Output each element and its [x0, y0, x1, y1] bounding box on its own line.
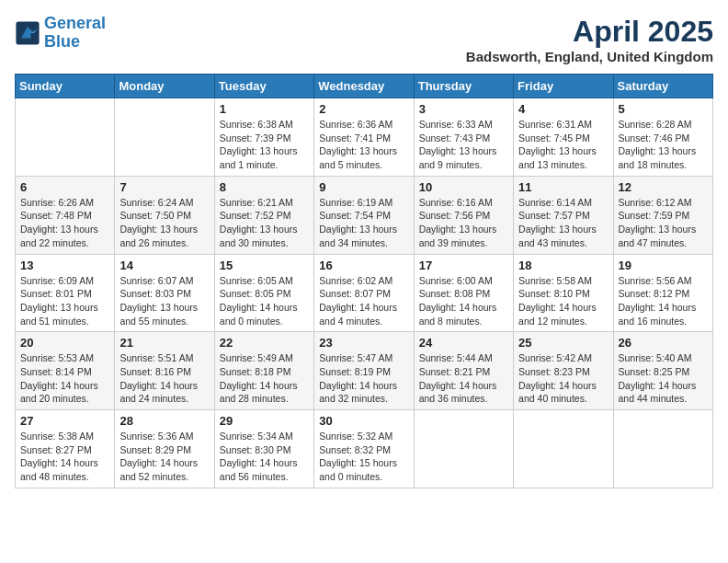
day-details: Sunrise: 5:58 AMSunset: 8:10 PMDaylight:… — [518, 274, 608, 328]
calendar-cell — [16, 98, 115, 177]
day-details: Sunrise: 5:53 AMSunset: 8:14 PMDaylight:… — [20, 351, 109, 406]
day-details: Sunrise: 6:36 AMSunset: 7:41 PMDaylight:… — [319, 118, 408, 172]
day-number: 26 — [619, 336, 708, 350]
logo-text: GeneralBlue — [44, 15, 106, 52]
day-number: 30 — [319, 414, 408, 428]
day-details: Sunrise: 5:32 AMSunset: 8:32 PMDaylight:… — [319, 430, 408, 484]
calendar-cell — [514, 410, 613, 488]
day-details: Sunrise: 5:34 AMSunset: 8:30 PMDaylight:… — [220, 430, 309, 484]
day-number: 22 — [220, 336, 309, 350]
day-details: Sunrise: 6:12 AMSunset: 7:59 PMDaylight:… — [619, 196, 708, 250]
logo-icon — [15, 20, 40, 46]
day-details: Sunrise: 6:00 AMSunset: 8:08 PMDaylight:… — [419, 274, 508, 328]
calendar-cell: 4Sunrise: 6:31 AMSunset: 7:45 PMDaylight… — [514, 98, 613, 177]
day-details: Sunrise: 6:02 AMSunset: 8:07 PMDaylight:… — [319, 274, 408, 328]
calendar-cell: 3Sunrise: 6:33 AMSunset: 7:43 PMDaylight… — [414, 98, 513, 177]
day-details: Sunrise: 6:14 AMSunset: 7:57 PMDaylight:… — [518, 196, 608, 250]
day-details: Sunrise: 6:38 AMSunset: 7:39 PMDaylight:… — [220, 118, 309, 172]
day-number: 7 — [119, 180, 209, 194]
day-details: Sunrise: 5:49 AMSunset: 8:18 PMDaylight:… — [220, 351, 309, 406]
calendar-cell: 22Sunrise: 5:49 AMSunset: 8:18 PMDayligh… — [214, 332, 313, 410]
day-number: 24 — [419, 336, 508, 350]
calendar-cell: 18Sunrise: 5:58 AMSunset: 8:10 PMDayligh… — [514, 254, 613, 332]
day-number: 15 — [220, 259, 309, 272]
calendar-cell: 15Sunrise: 6:05 AMSunset: 8:05 PMDayligh… — [214, 254, 313, 332]
calendar-cell: 24Sunrise: 5:44 AMSunset: 8:21 PMDayligh… — [414, 332, 513, 410]
day-number: 16 — [319, 259, 408, 272]
day-details: Sunrise: 5:40 AMSunset: 8:25 PMDaylight:… — [619, 351, 708, 406]
day-details: Sunrise: 5:51 AMSunset: 8:16 PMDaylight:… — [119, 351, 209, 406]
calendar-cell: 5Sunrise: 6:28 AMSunset: 7:46 PMDaylight… — [613, 98, 712, 177]
day-details: Sunrise: 6:07 AMSunset: 8:03 PMDaylight:… — [119, 274, 209, 328]
day-number: 27 — [20, 414, 109, 428]
weekday-header: Wednesday — [314, 75, 414, 98]
calendar-cell: 7Sunrise: 6:24 AMSunset: 7:50 PMDaylight… — [115, 176, 214, 254]
calendar-week-row: 13Sunrise: 6:09 AMSunset: 8:01 PMDayligh… — [16, 254, 713, 332]
calendar-cell: 2Sunrise: 6:36 AMSunset: 7:41 PMDaylight… — [314, 98, 414, 177]
day-details: Sunrise: 5:47 AMSunset: 8:19 PMDaylight:… — [319, 351, 408, 406]
day-details: Sunrise: 6:05 AMSunset: 8:05 PMDaylight:… — [220, 274, 309, 328]
day-number: 12 — [619, 180, 708, 194]
day-number: 5 — [619, 102, 708, 116]
month-year: April 2025 — [466, 15, 713, 49]
title-block: April 2025 Badsworth, England, United Ki… — [466, 15, 713, 64]
calendar-cell: 11Sunrise: 6:14 AMSunset: 7:57 PMDayligh… — [514, 176, 613, 254]
calendar-cell: 20Sunrise: 5:53 AMSunset: 8:14 PMDayligh… — [16, 332, 115, 410]
day-number: 9 — [319, 180, 408, 194]
day-number: 13 — [20, 259, 109, 272]
day-number: 18 — [518, 259, 608, 272]
calendar-cell: 21Sunrise: 5:51 AMSunset: 8:16 PMDayligh… — [115, 332, 214, 410]
calendar-cell — [115, 98, 214, 177]
weekday-header: Saturday — [613, 75, 712, 98]
day-number: 23 — [319, 336, 408, 350]
calendar-cell: 16Sunrise: 6:02 AMSunset: 8:07 PMDayligh… — [314, 254, 414, 332]
calendar-cell: 10Sunrise: 6:16 AMSunset: 7:56 PMDayligh… — [414, 176, 513, 254]
day-number: 29 — [220, 414, 309, 428]
calendar-cell: 9Sunrise: 6:19 AMSunset: 7:54 PMDaylight… — [314, 176, 414, 254]
day-number: 2 — [319, 102, 408, 116]
day-number: 19 — [619, 259, 708, 272]
weekday-header: Friday — [514, 75, 613, 98]
location: Badsworth, England, United Kingdom — [466, 49, 713, 64]
day-number: 1 — [220, 102, 309, 116]
weekday-header: Thursday — [414, 75, 513, 98]
day-number: 4 — [518, 102, 608, 116]
calendar-cell: 28Sunrise: 5:36 AMSunset: 8:29 PMDayligh… — [115, 410, 214, 488]
calendar-cell: 27Sunrise: 5:38 AMSunset: 8:27 PMDayligh… — [16, 410, 115, 488]
page-header: GeneralBlue April 2025 Badsworth, Englan… — [15, 15, 713, 64]
day-number: 11 — [518, 180, 608, 194]
day-number: 3 — [419, 102, 508, 116]
day-details: Sunrise: 5:36 AMSunset: 8:29 PMDaylight:… — [119, 430, 209, 484]
calendar-table: SundayMondayTuesdayWednesdayThursdayFrid… — [15, 74, 713, 488]
calendar-cell: 13Sunrise: 6:09 AMSunset: 8:01 PMDayligh… — [16, 254, 115, 332]
day-details: Sunrise: 6:21 AMSunset: 7:52 PMDaylight:… — [220, 196, 309, 250]
day-details: Sunrise: 6:26 AMSunset: 7:48 PMDaylight:… — [20, 196, 109, 250]
day-details: Sunrise: 6:33 AMSunset: 7:43 PMDaylight:… — [419, 118, 508, 172]
day-details: Sunrise: 5:44 AMSunset: 8:21 PMDaylight:… — [419, 351, 508, 406]
day-number: 6 — [20, 180, 109, 194]
day-number: 14 — [119, 259, 209, 272]
calendar-cell: 29Sunrise: 5:34 AMSunset: 8:30 PMDayligh… — [214, 410, 313, 488]
calendar-week-row: 1Sunrise: 6:38 AMSunset: 7:39 PMDaylight… — [16, 98, 713, 177]
calendar-cell: 1Sunrise: 6:38 AMSunset: 7:39 PMDaylight… — [214, 98, 313, 177]
calendar-cell: 17Sunrise: 6:00 AMSunset: 8:08 PMDayligh… — [414, 254, 513, 332]
weekday-header: Sunday — [16, 75, 115, 98]
day-number: 25 — [518, 336, 608, 350]
calendar-cell: 14Sunrise: 6:07 AMSunset: 8:03 PMDayligh… — [115, 254, 214, 332]
calendar-cell: 30Sunrise: 5:32 AMSunset: 8:32 PMDayligh… — [314, 410, 414, 488]
day-number: 21 — [119, 336, 209, 350]
weekday-header-row: SundayMondayTuesdayWednesdayThursdayFrid… — [16, 75, 713, 98]
day-number: 20 — [20, 336, 109, 350]
calendar-cell: 8Sunrise: 6:21 AMSunset: 7:52 PMDaylight… — [214, 176, 313, 254]
day-number: 28 — [119, 414, 209, 428]
day-details: Sunrise: 6:19 AMSunset: 7:54 PMDaylight:… — [319, 196, 408, 250]
day-number: 17 — [419, 259, 508, 272]
day-details: Sunrise: 5:38 AMSunset: 8:27 PMDaylight:… — [20, 430, 109, 484]
calendar-week-row: 27Sunrise: 5:38 AMSunset: 8:27 PMDayligh… — [16, 410, 713, 488]
day-details: Sunrise: 6:31 AMSunset: 7:45 PMDaylight:… — [518, 118, 608, 172]
day-details: Sunrise: 5:42 AMSunset: 8:23 PMDaylight:… — [518, 351, 608, 406]
weekday-header: Tuesday — [214, 75, 313, 98]
calendar-cell — [414, 410, 513, 488]
calendar-week-row: 6Sunrise: 6:26 AMSunset: 7:48 PMDaylight… — [16, 176, 713, 254]
day-number: 10 — [419, 180, 508, 194]
